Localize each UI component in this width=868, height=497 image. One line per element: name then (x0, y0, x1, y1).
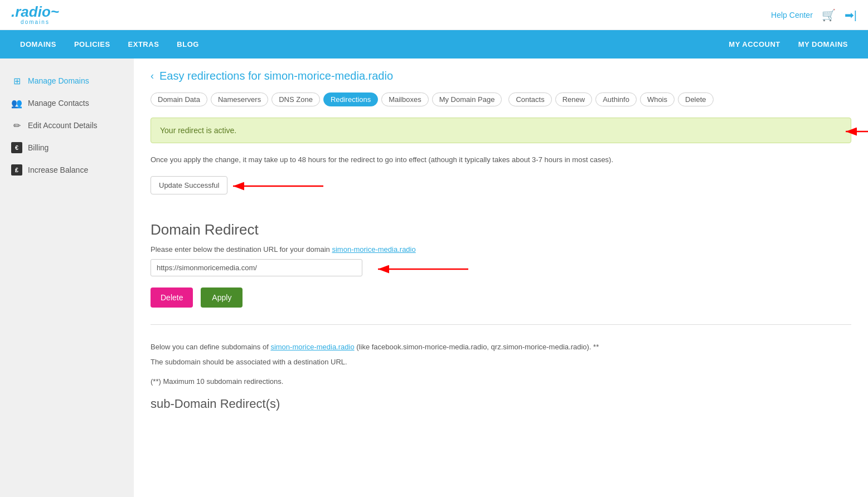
info-text: Once you apply the change, it may take u… (151, 154, 851, 166)
sidebar-item-manage-domains[interactable]: ⊞ Manage Domains (0, 70, 134, 92)
nav-extras[interactable]: EXTRAS (119, 30, 168, 59)
status-banner-wrap: Your redirect is active. (151, 118, 851, 143)
tab-nameservers[interactable]: Nameservers (211, 92, 268, 106)
nav-bar: DOMAINS POLICIES EXTRAS BLOG MY ACCOUNT … (0, 30, 868, 59)
sidebar-item-manage-contacts-label: Manage Contacts (28, 99, 89, 108)
tab-renew[interactable]: Renew (555, 92, 592, 106)
sidebar-item-edit-account-label: Edit Account Details (28, 121, 98, 130)
nav-my-account[interactable]: MY ACCOUNT (720, 30, 789, 59)
back-button[interactable]: ‹ (151, 70, 154, 82)
page-title-prefix: Easy redirections for (159, 70, 261, 82)
success-wrap: Update Successful (151, 176, 227, 208)
subdomain-note: The subdomain should be associated with … (151, 358, 851, 366)
subdomain-max-note: (**) Maximum 10 subdomain redirections. (151, 377, 851, 386)
sidebar-item-manage-domains-label: Manage Domains (28, 76, 89, 85)
main-content: ‹ Easy redirections for simon-morice-med… (134, 59, 868, 497)
apply-button[interactable]: Apply (201, 288, 243, 308)
tab-authinfo[interactable]: Authinfo (595, 92, 637, 106)
arrow-annotation-1 (840, 123, 868, 140)
logo: .radio~ domains (11, 4, 59, 25)
top-bar: .radio~ domains Help Center 🛒 ➡| (0, 0, 868, 30)
sidebar-item-increase-balance[interactable]: ₤ Increase Balance (0, 159, 134, 181)
tab-my-domain-page[interactable]: My Domain Page (432, 92, 502, 106)
delete-button[interactable]: Delete (151, 288, 193, 308)
tab-redirections[interactable]: Redirections (323, 92, 378, 106)
subdomain-intro-suffix: (like facebook.simon-morice-media.radio,… (356, 343, 599, 351)
domain-link[interactable]: simon-morice-media.radio (332, 245, 415, 254)
subdomain-intro-prefix: Below you can define subdomains of (151, 343, 269, 351)
action-buttons: Delete Apply (151, 288, 851, 308)
destination-description: Please enter below the destination URL f… (151, 245, 851, 254)
tab-delete[interactable]: Delete (678, 92, 714, 106)
destination-prefix: Please enter below the destination URL f… (151, 245, 330, 254)
tab-pills: Domain Data Nameservers DNS Zone Redirec… (151, 92, 851, 106)
main-layout: ⊞ Manage Domains 👥 Manage Contacts ✏ Edi… (0, 59, 868, 497)
login-icon[interactable]: ➡| (845, 8, 857, 22)
divider (151, 324, 851, 325)
nav-blog[interactable]: BLOG (168, 30, 208, 59)
grid-icon: ⊞ (11, 75, 22, 86)
arrow-annotation-3 (374, 264, 485, 280)
sidebar-item-increase-balance-label: Increase Balance (28, 165, 88, 174)
nav-right: MY ACCOUNT MY DOMAINS (720, 30, 857, 59)
domain-redirect-title: Domain Redirect (151, 221, 851, 238)
top-right-actions: Help Center 🛒 ➡| (771, 8, 857, 22)
nav-policies[interactable]: POLICIES (65, 30, 119, 59)
sidebar-item-billing[interactable]: € Billing (0, 137, 134, 159)
status-banner: Your redirect is active. (151, 118, 851, 143)
sidebar: ⊞ Manage Domains 👥 Manage Contacts ✏ Edi… (0, 59, 134, 497)
subdomain-domain-link[interactable]: simon-morice-media.radio (270, 343, 354, 351)
nav-left: DOMAINS POLICIES EXTRAS BLOG (11, 30, 208, 59)
tab-contacts[interactable]: Contacts (508, 92, 551, 106)
url-input-container (151, 259, 851, 276)
people-icon: 👥 (11, 98, 22, 109)
page-domain-name: simon-morice-media.radio (264, 70, 393, 82)
page-header: ‹ Easy redirections for simon-morice-med… (151, 70, 851, 82)
tab-mailboxes[interactable]: Mailboxes (381, 92, 429, 106)
tab-whois[interactable]: Whois (640, 92, 675, 106)
arrow-annotation-2 (229, 181, 340, 197)
subdomain-section-title: sub-Domain Redirect(s) (151, 397, 851, 411)
nav-my-domains[interactable]: MY DOMAINS (789, 30, 857, 59)
page-title: Easy redirections for simon-morice-media… (159, 70, 393, 82)
status-banner-text: Your redirect is active. (160, 126, 236, 135)
logo-text: .radio~ (11, 4, 59, 19)
billing-icon: € (11, 142, 22, 153)
help-center-link[interactable]: Help Center (771, 11, 813, 20)
nav-domains[interactable]: DOMAINS (11, 30, 65, 59)
subdomain-intro: Below you can define subdomains of simon… (151, 342, 851, 353)
redirect-url-input[interactable] (151, 259, 362, 276)
sidebar-item-billing-label: Billing (28, 143, 49, 152)
balance-icon: ₤ (11, 164, 22, 176)
sidebar-item-edit-account[interactable]: ✏ Edit Account Details (0, 114, 134, 137)
sidebar-item-manage-contacts[interactable]: 👥 Manage Contacts (0, 92, 134, 114)
tab-dns-zone[interactable]: DNS Zone (271, 92, 320, 106)
pencil-icon: ✏ (11, 120, 22, 131)
cart-icon[interactable]: 🛒 (822, 8, 836, 22)
success-message: Update Successful (151, 176, 227, 194)
logo-domains: domains (11, 19, 59, 25)
tab-domain-data[interactable]: Domain Data (151, 92, 207, 106)
